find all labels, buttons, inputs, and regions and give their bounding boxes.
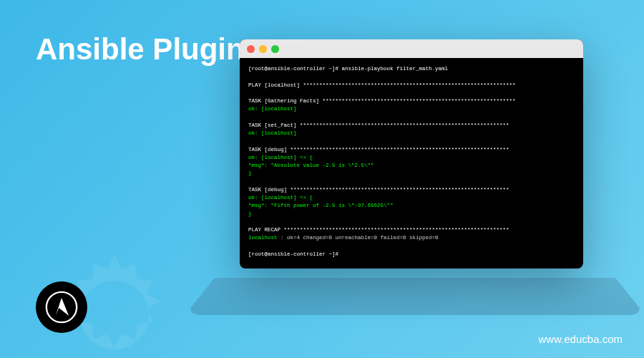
close-icon: [247, 45, 255, 53]
page-title: Ansible Plugins: [36, 32, 261, 67]
terminal-line: }: [248, 211, 575, 218]
terminal-line: TASK [Gathering Facts] *****************…: [248, 97, 575, 105]
terminal-line: ok: [localhost] => {: [248, 154, 575, 162]
terminal-output: [root@ansible-controller ~]# ansible-pla…: [240, 58, 583, 268]
minimize-icon: [259, 45, 267, 53]
window-titlebar: [240, 39, 583, 58]
maximize-icon: [271, 45, 279, 53]
terminal-line: localhost : ok=4 changed=0 unreachable=0…: [248, 234, 575, 242]
terminal-line: TASK [debug] ***************************…: [248, 186, 575, 194]
terminal-line: PLAY [localhost] ***********************…: [248, 82, 575, 90]
terminal-window: [root@ansible-controller ~]# ansible-pla…: [240, 39, 583, 268]
terminal-line: }: [248, 170, 575, 178]
terminal-line: TASK [debug] ***************************…: [248, 146, 575, 154]
terminal-line: TASK [set_fact] ************************…: [248, 122, 575, 130]
terminal-line: ok: [localhost]: [248, 130, 575, 137]
terminal-line: ok: [localhost] => {: [248, 194, 575, 202]
laptop-base-decoration: [185, 278, 644, 315]
terminal-line: "msg": "Absolute value -2.5 is \"2.5\"": [248, 162, 575, 170]
terminal-line: PLAY RECAP *****************************…: [248, 226, 575, 234]
terminal-line: ok: [localhost]: [248, 105, 575, 113]
terminal-line: [root@ansible-controller ~]# ansible-pla…: [248, 65, 575, 73]
terminal-line: "msg": "Fifth power of -2.5 is \"-97.656…: [248, 202, 575, 210]
ansible-logo: [36, 281, 87, 333]
terminal-line: [root@ansible-controller ~]#: [248, 251, 575, 258]
website-url: www.educba.com: [538, 333, 623, 345]
